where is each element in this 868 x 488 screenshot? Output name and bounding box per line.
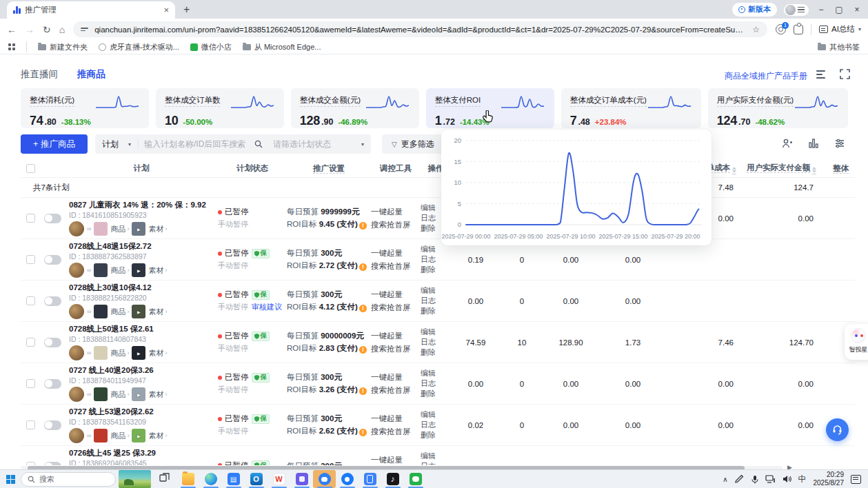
action-link[interactable]: 编辑 (421, 368, 451, 378)
action-link[interactable]: 编辑 (421, 451, 451, 461)
site-info-icon[interactable] (81, 28, 88, 31)
product-link[interactable]: 商品 (110, 224, 125, 234)
new-tab-button[interactable]: + (183, 3, 190, 16)
plan-enable-toggle[interactable] (44, 462, 61, 466)
notification-center-icon[interactable] (851, 475, 861, 484)
row-checkbox[interactable] (26, 379, 35, 388)
plan-name[interactable]: 0727 线上53退20保2.62 (69, 407, 218, 417)
plan-enable-toggle[interactable] (44, 214, 61, 223)
action-link[interactable]: 删除 (421, 347, 451, 358)
tab-promote-product[interactable]: 推商品 (77, 68, 105, 81)
product-thumbnail[interactable] (94, 263, 108, 277)
material-link[interactable]: 素材 (148, 389, 163, 400)
window-minimize-button[interactable]: − (816, 5, 827, 14)
material-thumbnail[interactable] (132, 263, 145, 277)
taskbar-app-chat-app[interactable] (313, 470, 336, 488)
back-button[interactable]: ← (7, 25, 17, 34)
assistant-widget[interactable]: 智投星 (845, 324, 868, 360)
header-status[interactable]: 计划状态 (218, 163, 287, 174)
product-thumbnail[interactable] (94, 305, 108, 318)
taskbar-clock[interactable]: 20:292025/8/27 (814, 471, 845, 487)
material-thumbnail[interactable] (132, 305, 145, 318)
product-manual-link[interactable]: 商品全域推广产品手册 (725, 70, 807, 82)
header-tools[interactable]: 调控工具 (371, 163, 421, 174)
review-suggestion-link[interactable]: 审核建议 (252, 303, 282, 311)
other-bookmarks-button[interactable]: 其他书签 (818, 42, 860, 52)
taskbar-search[interactable]: 搜索 (21, 472, 116, 487)
promote-product-button[interactable]: + 推广商品 (21, 134, 88, 154)
tool-link[interactable]: 一键起量 (371, 372, 421, 383)
plan-name[interactable]: 0827 儿童雨衣 14% 退：20% 保：9.92 (69, 200, 218, 210)
plan-name[interactable]: 0728线上50退15 保2.61 (69, 324, 218, 334)
column-settings-icon[interactable] (834, 138, 845, 149)
header-metric-pay[interactable]: 用户实际支付金额 (743, 163, 823, 174)
plan-enable-toggle[interactable] (44, 338, 61, 347)
plan-name[interactable]: 0728线上30退10保4.12 (69, 283, 218, 293)
bookmark-item[interactable]: 虎牙直播-技术驱动... (99, 42, 179, 52)
material-thumbnail[interactable] (132, 346, 145, 360)
product-thumbnail[interactable] (94, 346, 108, 360)
material-link[interactable]: 素材 (148, 431, 163, 441)
action-link[interactable]: 删除 (421, 389, 451, 399)
taskbar-app-edge[interactable] (199, 470, 222, 488)
row-checkbox[interactable] (26, 420, 35, 429)
header-settings[interactable]: 推广设置 (287, 163, 371, 174)
plan-name[interactable]: 0727 线上40退20保3.26 (69, 365, 218, 376)
tray-expand-icon[interactable]: ∧ (723, 476, 727, 483)
tool-link[interactable]: 一键起量 (371, 414, 421, 424)
action-link[interactable]: 日志 (421, 420, 451, 430)
action-link[interactable]: 日志 (421, 337, 451, 347)
row-checkbox[interactable] (26, 338, 35, 347)
tool-link[interactable]: 搜索抢首屏 (371, 220, 421, 230)
action-link[interactable]: 日志 (421, 461, 451, 465)
row-checkbox[interactable] (26, 214, 35, 223)
action-link[interactable]: 删除 (421, 430, 451, 440)
more-filters-button[interactable]: ▽更多筛选 (382, 134, 444, 154)
header-plan[interactable]: 计划 (65, 163, 218, 174)
row-checkbox[interactable] (26, 296, 35, 305)
action-link[interactable]: 编辑 (421, 409, 451, 420)
row-checkbox[interactable] (26, 255, 35, 264)
taskbar-app-file-explorer[interactable] (176, 470, 199, 488)
tool-link[interactable]: 一键起量 (371, 289, 421, 300)
home-button[interactable]: ⌂ (59, 25, 65, 34)
network-icon[interactable] (765, 475, 776, 483)
product-thumbnail[interactable] (94, 387, 108, 401)
taskbar-app-mobile-app[interactable] (359, 470, 381, 488)
url-field[interactable]: qianchuan.jinritemai.com/uni-prom?aavid=… (73, 21, 767, 37)
plan-enable-toggle[interactable] (44, 255, 61, 265)
plan-name[interactable]: 0726线上45 退25 保3.29 (69, 448, 218, 458)
action-link[interactable]: 编辑 (421, 285, 451, 296)
ai-summary-button[interactable]: AI总结▾ (819, 24, 861, 34)
bookmark-item[interactable]: 从 Microsoft Edge... (243, 42, 321, 52)
bookmark-star-icon[interactable]: ☆ (752, 25, 760, 34)
tool-link[interactable]: 搜索抢首屏 (371, 385, 421, 396)
new-version-button[interactable]: 新版本 (732, 3, 777, 17)
select-all-checkbox[interactable] (26, 164, 35, 173)
pen-icon[interactable] (735, 475, 745, 483)
scroll-right-arrow-icon[interactable]: ▶ (787, 464, 792, 469)
tool-link[interactable]: 一键起量 (371, 455, 421, 465)
bookmark-item[interactable]: 微信小店 (190, 42, 232, 52)
tool-link[interactable]: 一键起量 (371, 331, 421, 341)
reload-button[interactable]: ↻ (43, 25, 51, 34)
header-metric-overflow[interactable]: 整体 (823, 163, 855, 174)
taskbar-app-tiktok[interactable]: ♪ (381, 470, 404, 488)
tool-link[interactable]: 搜索抢首屏 (371, 427, 421, 437)
taskbar-app-blue-dot-app[interactable] (336, 470, 359, 488)
product-thumbnail[interactable] (94, 429, 108, 443)
speaker-icon[interactable] (783, 475, 791, 483)
action-link[interactable]: 编辑 (421, 244, 451, 254)
tool-link[interactable]: 搜索抢首屏 (371, 344, 421, 354)
extensions-icon[interactable] (794, 25, 803, 34)
plan-status-select[interactable]: 请筛选计划状态▾ (266, 134, 371, 154)
stat-card-1[interactable]: 整体成交订单数10-50.00% (156, 88, 284, 128)
stat-card-5[interactable]: 用户实际支付金额(元)124.70-48.62% (708, 88, 848, 128)
material-thumbnail[interactable] (132, 429, 145, 443)
tool-link[interactable]: 搜索抢首屏 (371, 303, 421, 313)
profile-chip[interactable] (784, 4, 809, 16)
layout-settings-icon[interactable] (816, 69, 826, 79)
tool-link[interactable]: 一键起量 (371, 207, 421, 217)
action-link[interactable]: 日志 (421, 296, 451, 306)
row-checkbox[interactable] (26, 462, 35, 465)
